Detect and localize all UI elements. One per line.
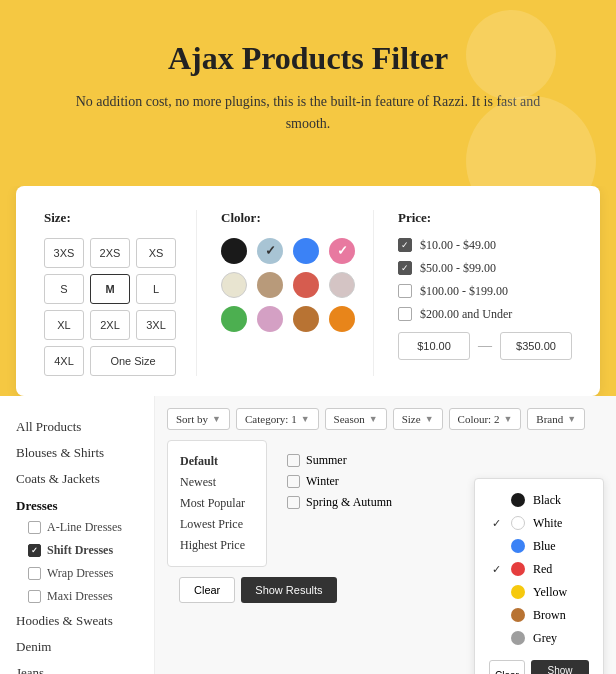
colour-dot-sm [511,608,525,622]
season-arrow: ▼ [369,414,378,424]
sort-by-arrow: ▼ [212,414,221,424]
price-min-input[interactable] [398,332,470,360]
price-option-label: $100.00 - $199.00 [420,284,508,299]
colour-clear-button[interactable]: Clear [489,660,525,674]
colour-dot-sm [511,631,525,645]
sub-label: Shift Dresses [47,543,113,558]
category-arrow: ▼ [301,414,310,424]
color-dot-7[interactable] [329,272,355,298]
sidebar-sub-a-line-dresses[interactable]: A-Line Dresses [16,516,138,539]
size-btn-one-size[interactable]: One Size [90,346,176,376]
season-checkbox [287,454,300,467]
sidebar-item-jeans[interactable]: Jeans [16,660,138,674]
color-dot-3[interactable] [329,238,355,264]
colour-dot-sm [511,539,525,553]
colour-dot-sm [511,585,525,599]
filter-row: Size: 3XS2XSXSSMLXL2XL3XL4XLOne Size Clo… [44,210,572,376]
price-option[interactable]: $10.00 - $49.00 [398,238,572,253]
size-btn-4xl[interactable]: 4XL [44,346,84,376]
sort-by-select[interactable]: Sort by ▼ [167,408,230,430]
sidebar-category-dresses: Dresses [16,492,138,516]
colour-item-brown[interactable]: Brown [489,604,589,627]
size-select[interactable]: Size ▼ [393,408,443,430]
size-btn-2xl[interactable]: 2XL [90,310,130,340]
sort-option-4[interactable]: Highest Price [180,535,254,556]
brand-label: Brand [536,413,563,425]
color-dot-9[interactable] [257,306,283,332]
color-grid [221,238,365,332]
season-dropdown-panel: SummerWinterSpring & Autumn [275,440,404,567]
color-dot-0[interactable] [221,238,247,264]
sidebar-sub-maxi-dresses[interactable]: Maxi Dresses [16,585,138,608]
colour-item-white[interactable]: ✓White [489,512,589,535]
colour-item-blue[interactable]: Blue [489,535,589,558]
colour-item-grey[interactable]: Grey [489,627,589,650]
season-label: Winter [306,474,339,489]
sort-option-0[interactable]: Default [180,451,254,472]
colour-check: ✓ [489,563,503,576]
sidebar-item-all-products[interactable]: All Products [16,414,138,440]
size-btn-l[interactable]: L [136,274,176,304]
price-checkbox[interactable] [398,284,412,298]
sidebar-item-denim[interactable]: Denim [16,634,138,660]
sidebar-sub-wrap-dresses[interactable]: Wrap Dresses [16,562,138,585]
price-column: Price: $10.00 - $49.00$50.00 - $99.00$10… [373,210,572,376]
price-option-label: $10.00 - $49.00 [420,238,496,253]
season-checkbox [287,496,300,509]
season-item-winter[interactable]: Winter [287,471,392,492]
season-select[interactable]: Season ▼ [325,408,387,430]
sub-label: Wrap Dresses [47,566,114,581]
sidebar-sub-shift-dresses[interactable]: Shift Dresses [16,539,138,562]
sort-option-1[interactable]: Newest [180,472,254,493]
bottom-panel: All ProductsBlouses & ShirtsCoats & Jack… [0,396,616,674]
size-btn-s[interactable]: S [44,274,84,304]
price-option[interactable]: $100.00 - $199.00 [398,284,572,299]
size-label: Size: [44,210,188,226]
size-btn-xl[interactable]: XL [44,310,84,340]
sort-option-2[interactable]: Most Popular [180,493,254,514]
size-btn-xs[interactable]: XS [136,238,176,268]
colour-panel: Black✓WhiteBlue✓RedYellowBrownGreyClearS… [474,478,604,674]
color-dot-11[interactable] [329,306,355,332]
color-dot-1[interactable] [257,238,283,264]
show-results-button[interactable]: Show Results [241,577,336,603]
color-dot-2[interactable] [293,238,319,264]
size-btn-3xs[interactable]: 3XS [44,238,84,268]
size-btn-m[interactable]: M [90,274,130,304]
season-item-spring---autumn[interactable]: Spring & Autumn [287,492,392,513]
colour-item-yellow[interactable]: Yellow [489,581,589,604]
price-checkbox[interactable] [398,238,412,252]
price-checkbox[interactable] [398,261,412,275]
colour-item-red[interactable]: ✓Red [489,558,589,581]
colour-show-results-button[interactable]: Show Results [531,660,589,674]
content-wrapper: Sort by ▼ Category: 1 ▼ Season ▼ Size ▼ … [167,408,604,603]
sidebar: All ProductsBlouses & ShirtsCoats & Jack… [0,396,155,674]
sidebar-item-hoodies---sweats[interactable]: Hoodies & Sweats [16,608,138,634]
color-dot-10[interactable] [293,306,319,332]
price-option[interactable]: $50.00 - $99.00 [398,261,572,276]
sort-option-3[interactable]: Lowest Price [180,514,254,535]
brand-select[interactable]: Brand ▼ [527,408,585,430]
sidebar-item-coats---jackets[interactable]: Coats & Jackets [16,466,138,492]
price-max-input[interactable] [500,332,572,360]
category-select[interactable]: Category: 1 ▼ [236,408,319,430]
size-btn-2xs[interactable]: 2XS [90,238,130,268]
season-item-summer[interactable]: Summer [287,450,392,471]
header-section: Ajax Products Filter No addition cost, n… [0,0,616,186]
price-option[interactable]: $200.00 and Under [398,307,572,322]
colour-item-label: Yellow [533,585,567,600]
color-dot-6[interactable] [293,272,319,298]
sub-label: Maxi Dresses [47,589,113,604]
size-btn-3xl[interactable]: 3XL [136,310,176,340]
content-area: Sort by ▼ Category: 1 ▼ Season ▼ Size ▼ … [155,396,616,674]
clear-button[interactable]: Clear [179,577,235,603]
colour-item-black[interactable]: Black [489,489,589,512]
color-dot-4[interactable] [221,272,247,298]
colour-select[interactable]: Colour: 2 ▼ [449,408,522,430]
size-column: Size: 3XS2XSXSSMLXL2XL3XL4XLOne Size [44,210,188,376]
sidebar-item-blouses---shirts[interactable]: Blouses & Shirts [16,440,138,466]
price-checkbox[interactable] [398,307,412,321]
color-dot-8[interactable] [221,306,247,332]
circle-decoration-bottom [466,96,596,226]
color-dot-5[interactable] [257,272,283,298]
